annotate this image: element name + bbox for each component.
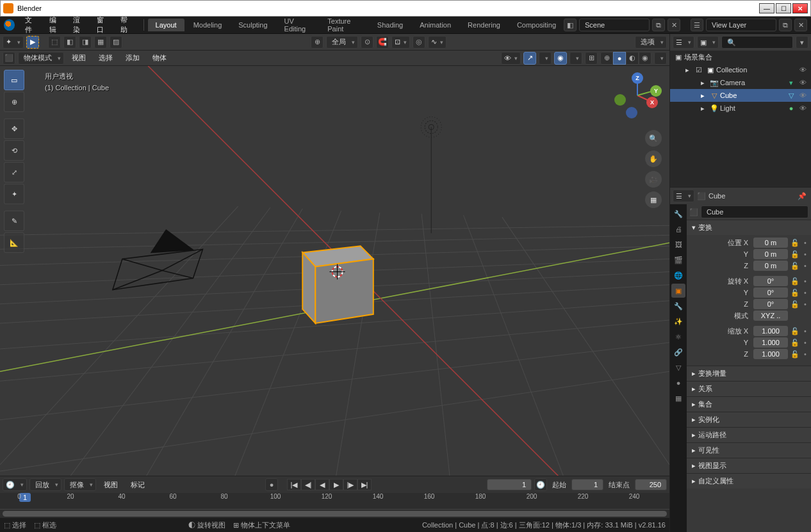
timeline-editor-dropdown[interactable]: 🕘 [3, 478, 27, 491]
viewlayer-delete-icon[interactable]: ✕ [794, 19, 807, 31]
maximize-button[interactable]: ☐ [776, 3, 791, 13]
proportional-dropdown[interactable]: ∿ [428, 36, 446, 49]
ptab-material[interactable]: ● [671, 376, 685, 390]
outliner-light[interactable]: ▸💡 Light●👁 [670, 102, 811, 115]
pin-icon[interactable]: 📌 [796, 189, 808, 202]
panel-visibility-header[interactable]: ▸ 可见性 [687, 443, 811, 458]
pivot-icon[interactable]: ⊙ [361, 36, 373, 49]
autokey-toggle[interactable]: ● [265, 478, 278, 491]
minimize-button[interactable]: — [759, 3, 774, 13]
props-editor-dropdown[interactable]: ☰ [673, 189, 694, 202]
scene-name-field[interactable]: Scene [579, 19, 650, 31]
rot-y-field[interactable]: 0° [753, 287, 788, 298]
rot-x-field[interactable]: 0° [753, 276, 788, 286]
panel-custom-header[interactable]: ▸ 自定义属性 [687, 474, 811, 488]
ptab-object[interactable]: ▣ [671, 284, 685, 298]
scale-y-field[interactable]: 1.000 [753, 337, 788, 348]
tab-compositing[interactable]: Compositing [509, 19, 564, 31]
proportional-toggle[interactable]: ◎ [413, 36, 425, 49]
visibility-dropdown[interactable]: 👁 [501, 52, 521, 65]
orientation-dropdown[interactable]: 全局 [326, 36, 358, 49]
cursor-tool-icon[interactable]: ▶ [26, 36, 39, 49]
ptab-texture[interactable]: ▦ [671, 391, 685, 405]
prev-keyframe-button[interactable]: ◀| [301, 479, 315, 490]
outliner-camera[interactable]: ▸📷 Camera▾👁 [670, 76, 811, 89]
ptab-physics[interactable]: ⚛ [671, 330, 685, 344]
scene-delete-icon[interactable]: ✕ [668, 19, 680, 31]
zoom-button[interactable]: 🔍 [645, 130, 662, 147]
select-invert-icon[interactable]: ◧ [63, 36, 76, 49]
gizmo-x-axis[interactable]: X [646, 97, 658, 108]
gizmo-dropdown[interactable] [539, 52, 552, 65]
tool-select-box[interactable]: ▭ [4, 70, 24, 90]
shading-dropdown[interactable] [654, 52, 667, 65]
outliner-cube[interactable]: ▸▽ Cube▽👁 [670, 89, 811, 102]
tab-modeling[interactable]: Modeling [186, 19, 230, 31]
loc-x-field[interactable]: 0 m [753, 238, 788, 248]
viewlayer-copy-icon[interactable]: ⧉ [779, 19, 792, 31]
tool-move[interactable]: ✥ [4, 118, 24, 139]
tab-sculpting[interactable]: Sculpting [231, 19, 275, 31]
gizmo-neg-z[interactable] [626, 107, 637, 118]
viewlayer-name-field[interactable]: View Layer [706, 19, 776, 31]
menu-view[interactable]: 视图 [67, 51, 91, 65]
gizmo-z-axis[interactable]: Z [632, 72, 643, 84]
loc-z-field[interactable]: 0 m [753, 261, 788, 271]
tool-rotate[interactable]: ⟲ [4, 140, 24, 161]
ptab-output[interactable]: 🖨 [671, 222, 685, 236]
camera-view-button[interactable]: 🎥 [645, 171, 662, 188]
editor-type-dropdown[interactable]: ✦ [3, 36, 24, 49]
panel-delta-header[interactable]: ▸ 变换增量 [687, 366, 811, 381]
options-dropdown[interactable]: 选项 [635, 36, 667, 49]
start-frame-field[interactable]: 1 [571, 479, 603, 490]
orientation-icon[interactable]: ⊕ [311, 36, 324, 49]
blender-icon[interactable] [4, 19, 15, 31]
frame-lock-icon[interactable]: 🕘 [534, 478, 547, 491]
outliner-root[interactable]: ▣场景集合 [670, 51, 811, 63]
outliner-filter-button[interactable]: ▾ [796, 36, 808, 49]
tool-scale[interactable]: ⤢ [4, 162, 24, 182]
tab-shading[interactable]: Shading [370, 19, 411, 31]
select-extend-icon[interactable]: ◨ [79, 36, 92, 49]
rot-mode-dropdown[interactable]: XYZ .. [753, 310, 788, 321]
ptab-render[interactable]: 🔧 [671, 207, 685, 221]
ptab-scene[interactable]: 🎬 [671, 253, 685, 267]
mode-dropdown[interactable]: 物体模式 [18, 52, 64, 65]
current-frame-field[interactable]: 1 [487, 479, 532, 490]
xray-toggle[interactable]: ⊞ [585, 52, 598, 65]
playback-dropdown[interactable]: 回放 [29, 478, 61, 491]
scale-z-field[interactable]: 1.000 [753, 349, 788, 359]
pan-button[interactable]: ✋ [645, 150, 662, 167]
panel-collections-header[interactable]: ▸ 集合 [687, 397, 811, 412]
timeline-view-menu[interactable]: 视图 [99, 478, 123, 492]
shading-wireframe[interactable]: ⊕ [600, 52, 613, 65]
panel-transform-header[interactable]: ▾ 变换 [687, 220, 811, 235]
select-all-icon[interactable]: ⬚ [48, 36, 61, 49]
shading-matpreview[interactable]: ◐ [626, 52, 639, 65]
scene-copy-icon[interactable]: ⧉ [652, 19, 665, 31]
jump-end-button[interactable]: ▶| [357, 479, 372, 490]
select-intersect-icon[interactable]: ▦ [94, 36, 107, 49]
timeline-track[interactable]: 1 0 20 40 60 80 100 120 140 160 180 200 … [0, 493, 669, 509]
outliner-collection[interactable]: ▸☑▣ Collection👁 [670, 63, 811, 76]
tool-transform[interactable]: ✦ [4, 184, 24, 204]
select-subtract-icon[interactable]: ▨ [110, 36, 122, 49]
shading-solid[interactable]: ● [613, 52, 626, 65]
object-name-field[interactable]: Cube [701, 206, 808, 218]
mode-icon[interactable]: ⬛ [3, 52, 15, 65]
tool-cursor[interactable]: ⊕ [4, 92, 24, 112]
scale-x-field[interactable]: 1.000 [753, 326, 788, 336]
menu-object[interactable]: 物体 [147, 51, 172, 65]
close-button[interactable]: ✕ [792, 3, 808, 13]
lock-icon[interactable]: 🔓 [791, 239, 799, 247]
tool-annotate[interactable]: ✎ [4, 211, 24, 231]
viewlayer-browse-icon[interactable]: ☰ [691, 19, 703, 31]
tab-texturepaint[interactable]: Texture Paint [320, 15, 368, 35]
menu-select[interactable]: 选择 [94, 51, 118, 65]
next-keyframe-button[interactable]: |▶ [343, 479, 357, 490]
rot-z-field[interactable]: 0° [753, 299, 788, 309]
ptab-world[interactable]: 🌐 [671, 268, 685, 282]
timeline-scrollbar[interactable] [0, 509, 669, 518]
tab-uvediting[interactable]: UV Editing [277, 15, 319, 35]
navigation-gizmo[interactable]: Z Y X [613, 71, 662, 120]
